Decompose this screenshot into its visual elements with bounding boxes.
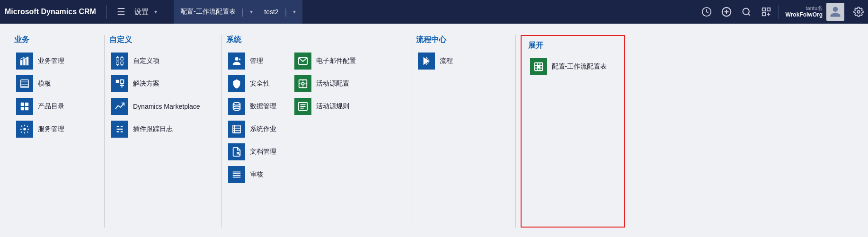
breadcrumb-chevron1[interactable]: ▾	[248, 9, 255, 15]
nav-item-customizations[interactable]: 自定义项	[109, 52, 202, 70]
recent-items-icon[interactable]	[697, 0, 716, 24]
main-content: 业务 业务管理 模板	[0, 24, 868, 237]
nav-item-service-management[interactable]: 服务管理	[14, 120, 85, 139]
solutions-icon	[111, 75, 128, 92]
svg-rect-7	[767, 8, 770, 11]
hamburger-menu-icon[interactable]: ☰	[112, 0, 131, 24]
user-name-label: tantu名	[806, 5, 823, 11]
avatar[interactable]	[826, 3, 844, 21]
nav-item-email-config[interactable]: 电子邮件配置	[292, 52, 358, 70]
nav-item-admin[interactable]: 管理	[226, 52, 278, 70]
nav-item-system-jobs[interactable]: 系统作业	[226, 120, 278, 139]
service-management-icon	[16, 121, 33, 138]
breadcrumb-chevron2[interactable]: ▾	[291, 9, 298, 15]
breadcrumb-pipe2: |	[281, 7, 292, 17]
svg-rect-29	[120, 80, 124, 83]
admin-icon	[228, 53, 245, 70]
system-columns: 管理 安全性	[226, 52, 392, 184]
expand-items: 配置-工作流配置表	[528, 57, 616, 76]
nav-item-dynamics-marketplace[interactable]: Dynamics Marketplace	[109, 97, 202, 116]
custom-items: 自定义项 解决方案 Dynami	[109, 52, 202, 139]
section-process-title: 流程中心	[416, 35, 496, 45]
audit-icon	[228, 166, 245, 183]
workflow-config-label: 配置-工作流配置表	[552, 62, 607, 71]
data-management-label: 数据管理	[250, 102, 276, 111]
top-bar-divider1	[106, 5, 107, 19]
section-custom-title: 自定义	[109, 35, 202, 45]
settings-chevron-icon[interactable]: ▾	[152, 9, 159, 15]
section-system-title: 系统	[226, 35, 392, 45]
settings-menu[interactable]: 设置	[131, 8, 152, 17]
system-col1: 管理 安全性	[226, 52, 278, 184]
doc-management-label: 文档管理	[250, 148, 276, 156]
breadcrumb-pipe1: |	[238, 7, 248, 17]
nav-item-plugin-trace-log[interactable]: 插件跟踪日志	[109, 120, 202, 139]
svg-rect-14	[27, 57, 29, 65]
add-icon[interactable]	[717, 0, 736, 24]
section-custom: 自定义 自定义项 解决方案	[109, 35, 216, 228]
nav-item-audit[interactable]: 审核	[226, 165, 278, 184]
nav-item-template[interactable]: 模板	[14, 74, 85, 93]
top-bar-right: tantu名 WrokFolwOrg	[697, 0, 868, 24]
breadcrumb-area: 配置-工作流配置表 | ▾ test2 | ▾	[174, 0, 302, 24]
divider-1	[104, 35, 105, 228]
breadcrumb-item1[interactable]: 配置-工作流配置表	[178, 8, 238, 16]
svg-point-11	[857, 10, 860, 13]
nav-item-process[interactable]: 流程	[416, 52, 496, 70]
user-org: WrokFolwOrg	[786, 11, 823, 19]
section-expand-title: 展开	[528, 41, 616, 51]
nav-item-data-management[interactable]: 数据管理	[226, 97, 278, 116]
divider-4	[515, 35, 516, 228]
section-process: 流程中心 流程	[416, 35, 511, 228]
svg-line-5	[748, 14, 750, 16]
nav-item-activity-feeds-rules[interactable]: 活动源规则	[292, 97, 358, 116]
svg-rect-21	[21, 107, 24, 110]
section-expand: 展开 配置-工作流配置表	[521, 35, 625, 228]
solutions-label: 解决方案	[133, 79, 159, 88]
svg-rect-12	[20, 60, 23, 65]
svg-rect-8	[762, 13, 765, 16]
dynamics-marketplace-icon	[111, 98, 128, 115]
business-management-label: 业务管理	[38, 57, 64, 65]
nav-item-product-catalog[interactable]: 产品目录	[14, 97, 85, 116]
plugin-trace-log-label: 插件跟踪日志	[133, 125, 173, 133]
data-management-icon	[228, 98, 245, 115]
svg-rect-22	[25, 107, 28, 110]
search-icon[interactable]	[737, 0, 756, 24]
audit-label: 审核	[250, 170, 263, 179]
plugin-trace-log-icon	[111, 121, 128, 138]
system-col2: 电子邮件配置 活动源配置	[292, 52, 358, 184]
system-jobs-label: 系统作业	[250, 125, 276, 133]
nav-item-solutions[interactable]: 解决方案	[109, 74, 202, 93]
activity-feeds-config-icon	[294, 75, 311, 92]
svg-point-56	[301, 82, 304, 85]
nav-item-activity-feeds-config[interactable]: 活动源配置	[292, 74, 358, 93]
template-icon	[16, 75, 33, 92]
section-business: 业务 业务管理 模板	[14, 35, 99, 228]
activity-feeds-rules-label: 活动源规则	[316, 102, 349, 111]
service-management-label: 服务管理	[38, 125, 64, 133]
process-items: 流程	[416, 52, 496, 70]
business-management-icon	[16, 53, 33, 70]
divider-3	[411, 35, 411, 228]
gear-settings-icon[interactable]	[849, 0, 868, 24]
dynamics-marketplace-label: Dynamics Marketplace	[133, 103, 200, 110]
workflow-config-icon	[530, 58, 547, 75]
nav-item-security[interactable]: 安全性	[226, 74, 278, 93]
nav-item-doc-management[interactable]: 文档管理	[226, 142, 278, 161]
top-bar: Microsoft Dynamics CRM ☰ 设置 ▾ 配置-工作流配置表 …	[0, 0, 868, 24]
email-config-label: 电子邮件配置	[316, 57, 356, 65]
svg-rect-6	[762, 8, 765, 11]
process-label: 流程	[440, 57, 453, 65]
nav-item-business-management[interactable]: 业务管理	[14, 52, 85, 70]
user-menu[interactable]: tantu名 WrokFolwOrg	[782, 0, 848, 24]
template-label: 模板	[38, 79, 51, 88]
svg-point-23	[23, 128, 26, 131]
system-jobs-icon	[228, 121, 245, 138]
sync-icon[interactable]	[757, 0, 776, 24]
customizations-icon	[111, 53, 128, 70]
doc-management-icon	[228, 143, 245, 160]
nav-item-workflow-config[interactable]: 配置-工作流配置表	[528, 57, 616, 76]
breadcrumb-item2[interactable]: test2	[262, 8, 280, 16]
activity-feeds-rules-icon	[294, 98, 311, 115]
